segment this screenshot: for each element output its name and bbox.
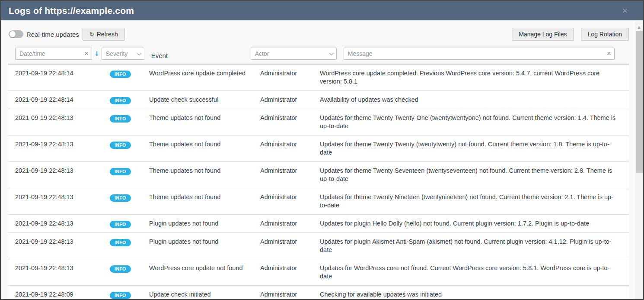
severity-cell: INFO xyxy=(99,96,149,104)
severity-badge: INFO xyxy=(110,239,131,246)
severity-cell: INFO xyxy=(99,219,149,228)
toggle-knob xyxy=(10,31,16,37)
severity-badge: INFO xyxy=(110,115,131,123)
actor-filter-select[interactable]: Actor xyxy=(251,48,337,60)
severity-filter-placeholder: Severity xyxy=(106,50,134,57)
log-actor: Administrator xyxy=(260,193,320,201)
table-row: 2021-09-19 22:48:13 INFO WordPress core … xyxy=(8,259,629,286)
table-row: 2021-09-19 22:48:13 INFO Theme updates n… xyxy=(8,188,629,215)
severity-cell: INFO xyxy=(99,114,149,122)
actor-filter-placeholder: Actor xyxy=(255,50,326,57)
realtime-updates-toggle[interactable] xyxy=(9,30,23,38)
severity-badge: INFO xyxy=(110,265,131,273)
severity-filter-select[interactable]: Severity xyxy=(102,48,144,60)
log-event: Theme updates not found xyxy=(149,193,260,201)
log-datetime: 2021-09-19 22:48:13 xyxy=(15,140,99,148)
toolbar: Real-time updates ↻ Refresh Manage Log F… xyxy=(9,28,629,41)
close-icon[interactable]: × xyxy=(622,6,635,16)
table-row: 2021-09-19 22:48:09 INFO Update check in… xyxy=(8,286,629,300)
log-rotation-button[interactable]: Log Rotation xyxy=(581,28,629,41)
severity-cell: INFO xyxy=(99,167,149,175)
severity-badge: INFO xyxy=(110,221,131,228)
chevron-down-icon xyxy=(329,51,334,55)
log-event: Update check successful xyxy=(149,96,260,104)
clear-datetime-icon[interactable]: × xyxy=(84,50,89,57)
severity-badge: INFO xyxy=(110,194,131,202)
log-actor: Administrator xyxy=(260,96,320,104)
log-message: Updates for WordPress core not found. Cu… xyxy=(320,264,629,281)
message-filter-input[interactable] xyxy=(344,50,614,57)
severity-cell: INFO xyxy=(99,193,149,201)
sort-desc-icon[interactable]: ↓ xyxy=(94,50,99,57)
log-actor: Administrator xyxy=(260,69,320,77)
log-actor: Administrator xyxy=(260,167,320,175)
severity-badge: INFO xyxy=(110,71,131,78)
log-message: Updates for theme Twenty Seventeen (twen… xyxy=(320,167,629,183)
severity-badge: INFO xyxy=(110,142,131,149)
page-title: Logs of https://example.com xyxy=(9,6,134,16)
refresh-label: Refresh xyxy=(97,31,118,38)
toolbar-right: Manage Log Files Log Rotation xyxy=(512,28,629,41)
severity-cell: INFO xyxy=(99,264,149,272)
log-datetime: 2021-09-19 22:48:14 xyxy=(15,69,99,77)
vertical-scrollbar[interactable]: ▲ xyxy=(635,21,643,299)
datetime-filter-input[interactable] xyxy=(16,50,92,57)
refresh-icon: ↻ xyxy=(89,31,94,38)
log-message: WordPress core update completed. Previou… xyxy=(320,69,629,86)
log-viewer-modal: Logs of https://example.com × Real-time … xyxy=(0,0,644,300)
log-actor: Administrator xyxy=(260,219,320,228)
severity-badge: INFO xyxy=(110,97,131,104)
table-row: 2021-09-19 22:48:13 INFO Plugin updates … xyxy=(8,233,629,259)
log-message: Updates for theme Twenty Twenty-One (twe… xyxy=(320,114,629,130)
severity-cell: INFO xyxy=(99,290,149,299)
table-row: 2021-09-19 22:48:13 INFO Theme updates n… xyxy=(8,135,629,162)
severity-badge: INFO xyxy=(110,168,131,175)
datetime-filter: × xyxy=(15,48,92,60)
log-message: Updates for theme Twenty Twenty (twentyt… xyxy=(320,140,629,157)
severity-badge: INFO xyxy=(110,292,131,299)
log-event: Plugin updates not found xyxy=(149,238,260,246)
modal-header: Logs of https://example.com × xyxy=(1,1,643,20)
scrollbar-thumb[interactable] xyxy=(636,31,643,173)
log-datetime: 2021-09-19 22:48:13 xyxy=(15,219,99,228)
log-event: WordPress core update not found xyxy=(149,264,260,272)
log-message: Checking for available updates was initi… xyxy=(320,290,629,299)
filter-row: × ↓ Severity Event Actor × xyxy=(8,48,629,60)
severity-cell: INFO xyxy=(99,69,149,77)
log-event: Update check initiated xyxy=(149,290,260,299)
log-actor: Administrator xyxy=(260,290,320,299)
severity-cell: INFO xyxy=(99,238,149,246)
clear-message-icon[interactable]: × xyxy=(607,50,611,57)
log-message: Updates for theme Twenty Nineteen (twent… xyxy=(320,193,629,210)
log-actor: Administrator xyxy=(260,140,320,148)
event-column-header: Event xyxy=(151,52,251,60)
table-row: 2021-09-19 22:48:14 INFO Update check su… xyxy=(8,91,629,109)
log-message: Updates for plugin Akismet Anti-Spam (ak… xyxy=(320,238,629,254)
scroll-up-icon[interactable]: ▲ xyxy=(638,25,641,29)
realtime-updates-label: Real-time updates xyxy=(26,31,79,38)
log-datetime: 2021-09-19 22:48:09 xyxy=(15,290,99,299)
manage-log-files-button[interactable]: Manage Log Files xyxy=(512,28,574,41)
table-row: 2021-09-19 22:48:13 INFO Theme updates n… xyxy=(8,109,629,135)
chevron-down-icon xyxy=(137,51,141,55)
log-message: Updates for plugin Hello Dolly (hello) n… xyxy=(320,219,629,228)
table-row: 2021-09-19 22:48:14 INFO WordPress core … xyxy=(8,65,629,91)
log-actor: Administrator xyxy=(260,114,320,122)
log-actor: Administrator xyxy=(260,238,320,246)
log-datetime: 2021-09-19 22:48:13 xyxy=(15,238,99,246)
refresh-button[interactable]: ↻ Refresh xyxy=(83,28,125,41)
log-datetime: 2021-09-19 22:48:14 xyxy=(15,96,99,104)
log-event: WordPress core update completed xyxy=(149,69,260,77)
log-datetime: 2021-09-19 22:48:13 xyxy=(15,114,99,122)
log-datetime: 2021-09-19 22:48:13 xyxy=(15,167,99,175)
log-message: Availability of updates was checked xyxy=(320,96,629,104)
log-datetime: 2021-09-19 22:48:13 xyxy=(15,193,99,201)
log-actor: Administrator xyxy=(260,264,320,272)
log-event: Plugin updates not found xyxy=(149,219,260,228)
log-event: Theme updates not found xyxy=(149,114,260,122)
log-event: Theme updates not found xyxy=(149,167,260,175)
log-event: Theme updates not found xyxy=(149,140,260,148)
table-row: 2021-09-19 22:48:13 INFO Plugin updates … xyxy=(8,215,629,233)
log-table: 2021-09-19 22:48:14 INFO WordPress core … xyxy=(8,64,629,300)
table-row: 2021-09-19 22:48:13 INFO Theme updates n… xyxy=(8,162,629,188)
